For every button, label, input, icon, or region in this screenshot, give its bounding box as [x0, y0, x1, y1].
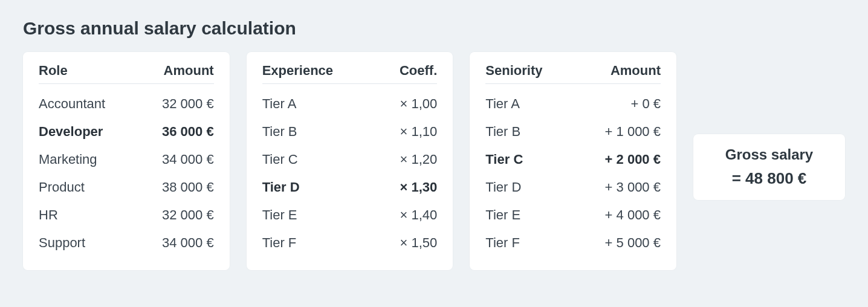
result-label: Gross salary	[710, 146, 828, 163]
role-row-value: 38 000 €	[162, 179, 214, 195]
seniority-row-label: Tier D	[485, 179, 521, 195]
experience-row-label: Tier E	[262, 207, 297, 223]
experience-row-label: Tier B	[262, 124, 297, 140]
experience-row[interactable]: Tier A × 1,00	[262, 90, 438, 118]
role-row[interactable]: Marketing 34 000 €	[39, 146, 214, 173]
experience-col1: Experience	[262, 63, 333, 79]
role-row-label: Product	[39, 179, 85, 195]
seniority-row-value: + 4 000 €	[605, 207, 661, 223]
experience-row-value: × 1,50	[400, 235, 438, 251]
seniority-col1: Seniority	[485, 63, 542, 79]
role-row[interactable]: Accountant 32 000 €	[39, 90, 214, 118]
experience-row-value: × 1,10	[400, 124, 438, 140]
experience-card: Experience Coeff. Tier A × 1,00 Tier B ×…	[247, 52, 453, 270]
experience-row-label: Tier A	[262, 96, 297, 112]
page-title: Gross annual salary calculation	[23, 18, 845, 39]
seniority-row[interactable]: Tier F + 5 000 €	[485, 229, 661, 257]
seniority-row-label: Tier E	[485, 207, 520, 223]
role-row-value: 32 000 €	[162, 96, 214, 112]
role-row-label: HR	[39, 207, 58, 223]
role-row-label: Developer	[39, 124, 103, 140]
seniority-row-value: + 3 000 €	[605, 179, 661, 195]
role-row[interactable]: Support 34 000 €	[39, 229, 214, 257]
role-col1: Role	[39, 63, 68, 79]
role-row-label: Accountant	[39, 96, 105, 112]
experience-row-value: × 1,30	[400, 179, 438, 195]
experience-row[interactable]: Tier C × 1,20	[262, 146, 438, 173]
experience-col2: Coeff.	[400, 63, 437, 79]
role-row-value: 36 000 €	[162, 124, 214, 140]
seniority-row[interactable]: Tier E + 4 000 €	[485, 201, 661, 229]
experience-row[interactable]: Tier E × 1,40	[262, 201, 438, 229]
experience-row-label: Tier F	[262, 235, 297, 251]
seniority-row[interactable]: Tier B + 1 000 €	[485, 118, 661, 146]
experience-row-value: × 1,40	[400, 207, 438, 223]
role-card-header: Role Amount	[39, 63, 214, 84]
result-card: Gross salary = 48 800 €	[693, 134, 845, 200]
experience-card-header: Experience Coeff.	[262, 63, 438, 84]
seniority-row[interactable]: Tier C + 2 000 €	[485, 146, 661, 173]
role-card: Role Amount Accountant 32 000 € Develope…	[23, 52, 230, 270]
cards-row: Role Amount Accountant 32 000 € Develope…	[23, 52, 845, 270]
experience-row[interactable]: Tier D × 1,30	[262, 173, 438, 201]
seniority-row-label: Tier A	[485, 96, 520, 112]
experience-row-label: Tier C	[262, 152, 298, 167]
experience-row-label: Tier D	[262, 179, 300, 195]
result-value: = 48 800 €	[710, 169, 828, 188]
seniority-row[interactable]: Tier A + 0 €	[485, 90, 661, 118]
seniority-row-label: Tier C	[485, 152, 523, 167]
role-row[interactable]: Product 38 000 €	[39, 173, 214, 201]
experience-row[interactable]: Tier F × 1,50	[262, 229, 438, 257]
role-row[interactable]: HR 32 000 €	[39, 201, 214, 229]
role-row[interactable]: Developer 36 000 €	[39, 118, 214, 146]
seniority-row-value: + 1 000 €	[605, 124, 661, 140]
seniority-row-value: + 5 000 €	[605, 235, 661, 251]
experience-row-value: × 1,00	[400, 96, 438, 112]
seniority-card-header: Seniority Amount	[485, 63, 661, 84]
seniority-card: Seniority Amount Tier A + 0 € Tier B + 1…	[470, 52, 676, 270]
seniority-row-value: + 2 000 €	[605, 152, 661, 167]
seniority-row-label: Tier F	[485, 235, 520, 251]
role-row-value: 34 000 €	[162, 235, 214, 251]
role-row-label: Marketing	[39, 152, 97, 167]
experience-row-value: × 1,20	[400, 152, 438, 167]
experience-row[interactable]: Tier B × 1,10	[262, 118, 438, 146]
seniority-row-label: Tier B	[485, 124, 520, 140]
role-row-value: 34 000 €	[162, 152, 214, 167]
role-row-label: Support	[39, 235, 85, 251]
seniority-row-value: + 0 €	[630, 96, 661, 112]
seniority-row[interactable]: Tier D + 3 000 €	[485, 173, 661, 201]
role-row-value: 32 000 €	[162, 207, 214, 223]
role-col2: Amount	[164, 63, 214, 79]
seniority-col2: Amount	[611, 63, 661, 79]
